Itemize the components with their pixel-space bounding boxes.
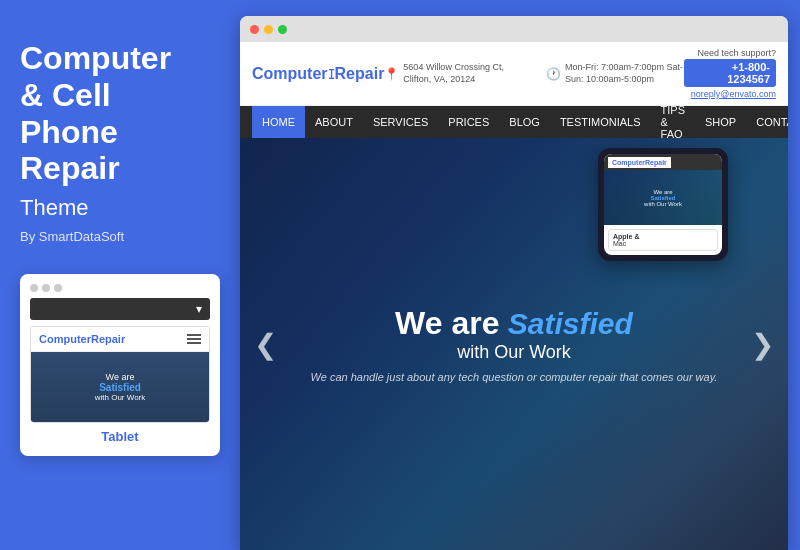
browser-titlebar xyxy=(240,16,788,42)
mobile-preview-card: ▾ ComputerRepair We are Satisfied with O… xyxy=(20,274,220,456)
phone-frame: ComputerRepair We are Satisfied with Our… xyxy=(598,148,728,261)
website-content: ComputerꕯRepair 📍 5604 Willow Crossing C… xyxy=(240,42,788,550)
left-panel: Computer & Cell Phone Repair Theme By Sm… xyxy=(0,0,240,550)
hours-item: 🕐 Mon-Fri: 7:00am-7:00pm Sat-Sun: 10:00a… xyxy=(546,62,684,85)
phone-number[interactable]: +1-800-1234567 xyxy=(684,59,776,87)
nav-home[interactable]: HOME xyxy=(252,106,305,138)
dot-2 xyxy=(42,284,50,292)
dot-1 xyxy=(30,284,38,292)
device-label: Tablet xyxy=(30,423,210,446)
device-hero: We are Satisfied with Our Work xyxy=(31,352,209,422)
address-item: 📍 5604 Willow Crossing Ct, Clifton, VA, … xyxy=(384,62,532,85)
browser-dot-green[interactable] xyxy=(278,25,287,34)
browser-dot-yellow[interactable] xyxy=(264,25,273,34)
hero-section: ComputerRepair We are Satisfied with Our… xyxy=(240,138,788,550)
hero-arrow-left[interactable]: ❮ xyxy=(246,320,285,369)
hamburger-line-2 xyxy=(187,338,201,340)
phone-logo-small: ComputerRepair xyxy=(608,157,671,168)
nav-services[interactable]: SERVICES xyxy=(363,106,438,138)
nav-contact[interactable]: CONTACT xyxy=(746,106,788,138)
preview-browser-dots xyxy=(30,284,210,292)
device-hero-text: We are Satisfied with Our Work xyxy=(95,372,146,402)
nav-testimonials[interactable]: TESTIMONIALS xyxy=(550,106,651,138)
browser-window: ComputerꕯRepair 📍 5604 Willow Crossing C… xyxy=(240,16,788,550)
phone-card: Apple & Mac xyxy=(608,229,718,251)
phone-screen: ComputerRepair We are Satisfied with Our… xyxy=(604,154,722,255)
hero-arrow-right[interactable]: ❯ xyxy=(743,320,782,369)
hero-phone-preview: ComputerRepair We are Satisfied with Our… xyxy=(598,148,728,261)
map-icon: 📍 xyxy=(384,67,399,81)
nav-tips-faq[interactable]: TIPS & FAQ xyxy=(651,106,695,138)
dot-3 xyxy=(54,284,62,292)
top-info-bar: ComputerꕯRepair 📍 5604 Willow Crossing C… xyxy=(240,42,788,106)
tech-support: Need tech support? +1-800-1234567 norepl… xyxy=(684,48,776,99)
device-nav: ComputerRepair xyxy=(31,327,209,352)
nav-about[interactable]: ABOUT xyxy=(305,106,363,138)
hero-we-are: We are xyxy=(395,305,499,341)
clock-icon: 🕐 xyxy=(546,67,561,81)
hero-satisfied: Satisfied xyxy=(508,307,633,340)
hamburger-line-3 xyxy=(187,342,201,344)
phone-hero-small: We are Satisfied with Our Work xyxy=(604,170,722,225)
hamburger-icon[interactable] xyxy=(187,334,201,344)
hero-description: We can handle just about any tech questi… xyxy=(311,371,718,383)
preview-dropdown-bar: ▾ xyxy=(30,298,210,320)
browser-dot-red[interactable] xyxy=(250,25,259,34)
nav-blog[interactable]: BLOG xyxy=(499,106,550,138)
main-title: Computer & Cell Phone Repair xyxy=(20,40,220,187)
byline: By SmartDataSoft xyxy=(20,229,220,244)
nav-shop[interactable]: SHOP xyxy=(695,106,746,138)
theme-subtitle: Theme xyxy=(20,195,220,221)
contact-group: 📍 5604 Willow Crossing Ct, Clifton, VA, … xyxy=(384,62,683,85)
phone-screen-header: ComputerRepair xyxy=(604,154,722,170)
dropdown-arrow: ▾ xyxy=(196,302,202,316)
nav-bar: HOME ABOUT SERVICES PRICES BLOG TESTIMON… xyxy=(240,106,788,138)
hero-with-our-work: with Our Work xyxy=(311,342,718,363)
email-link[interactable]: noreply@envato.com xyxy=(691,89,776,99)
device-logo: ComputerRepair xyxy=(39,333,125,345)
device-frame: ComputerRepair We are Satisfied with Our… xyxy=(30,326,210,423)
hero-heading: We are Satisfied xyxy=(311,305,718,342)
hero-content: We are Satisfied with Our Work We can ha… xyxy=(311,305,718,383)
hamburger-line-1 xyxy=(187,334,201,336)
nav-prices[interactable]: PRICES xyxy=(438,106,499,138)
site-logo: ComputerꕯRepair xyxy=(252,65,384,83)
